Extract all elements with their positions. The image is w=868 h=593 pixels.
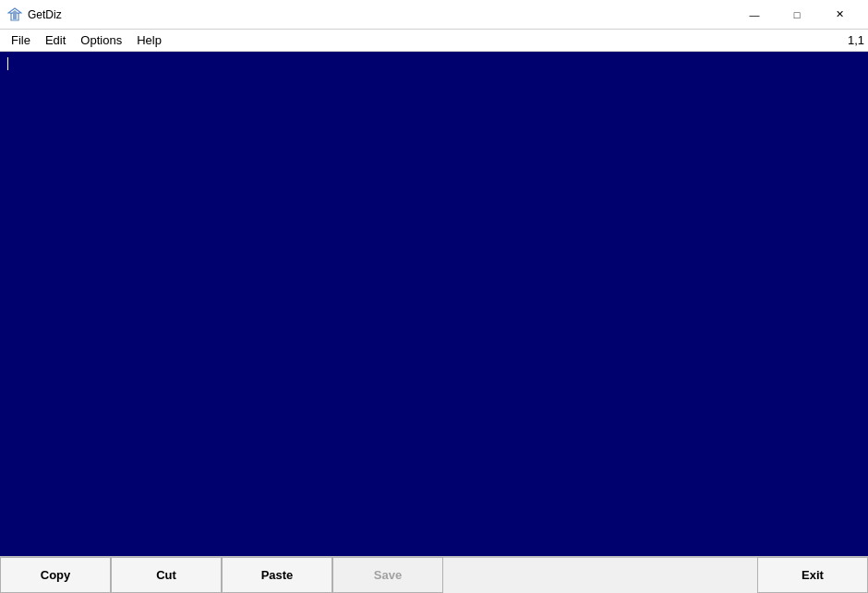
- title-bar: GetDiz — □ ✕: [0, 0, 868, 30]
- minimize-button[interactable]: —: [733, 0, 776, 30]
- menu-file[interactable]: File: [4, 30, 38, 51]
- app-logo-icon: [7, 7, 22, 22]
- menu-options[interactable]: Options: [73, 30, 129, 51]
- copy-button[interactable]: Copy: [0, 557, 111, 593]
- text-cursor: [7, 57, 8, 70]
- window-controls: — □ ✕: [733, 0, 861, 30]
- app-title: GetDiz: [28, 8, 733, 21]
- cursor-position: 1,1: [848, 33, 864, 47]
- editor-area[interactable]: [0, 52, 868, 556]
- cut-button[interactable]: Cut: [111, 557, 222, 593]
- toolbar-spacer: [443, 557, 757, 593]
- menu-bar: File Edit Options Help 1,1: [0, 30, 868, 52]
- paste-button[interactable]: Paste: [222, 557, 332, 593]
- menu-help[interactable]: Help: [129, 30, 169, 51]
- menu-edit[interactable]: Edit: [38, 30, 73, 51]
- close-button[interactable]: ✕: [818, 0, 861, 30]
- maximize-button[interactable]: □: [776, 0, 818, 30]
- save-button[interactable]: Save: [332, 557, 443, 593]
- exit-button[interactable]: Exit: [757, 557, 868, 593]
- bottom-toolbar: Copy Cut Paste Save Exit: [0, 556, 868, 593]
